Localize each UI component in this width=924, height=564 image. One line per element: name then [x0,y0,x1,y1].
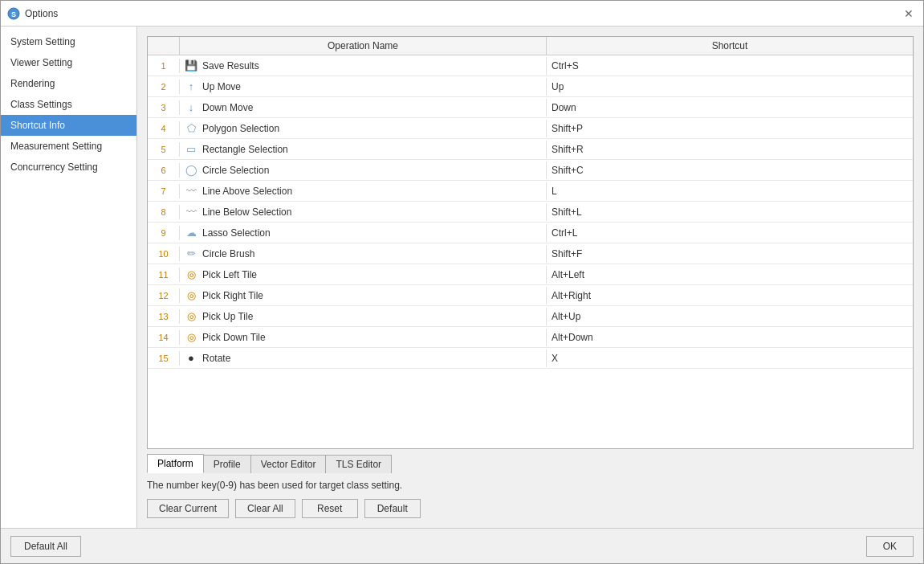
row-num: 13 [148,309,180,324]
table-row[interactable]: 7〰Line Above SelectionL [148,181,913,202]
row-shortcut: Alt+Down [547,329,913,345]
sidebar: System SettingViewer SettingRenderingCla… [1,27,137,528]
row-operation-name: ✏Circle Brush [180,245,547,263]
row-icon: ◎ [185,289,197,302]
row-shortcut: Alt+Up [547,309,913,325]
sidebar-item-class-settings[interactable]: Class Settings [1,94,136,115]
main-content: System SettingViewer SettingRenderingCla… [1,27,923,528]
shortcut-table: Operation Name Shortcut 1💾Save ResultsCt… [147,36,914,449]
info-text: The number key(0-9) has been used for ta… [147,478,914,492]
footer: Default All OK [1,528,923,563]
row-operation-name: 💾Save Results [180,57,547,75]
row-icon: ● [185,352,197,365]
table-row[interactable]: 14◎Pick Down TileAlt+Down [148,327,913,348]
table-row[interactable]: 10✏Circle BrushShift+F [148,243,913,264]
row-num: 2 [148,80,180,94]
row-icon: ↓ [185,101,197,114]
row-icon: ◎ [185,310,197,323]
default-button[interactable]: Default [364,499,421,518]
row-shortcut: Up [547,79,913,95]
row-num: 1 [148,59,180,73]
clear-all-button[interactable]: Clear All [235,499,295,518]
tab-tls-editor[interactable]: TLS Editor [325,455,392,473]
table-header: Operation Name Shortcut [148,37,913,55]
right-panel: Operation Name Shortcut 1💾Save ResultsCt… [137,27,923,528]
sidebar-item-measurement-setting[interactable]: Measurement Setting [1,136,136,157]
row-num: 10 [148,247,180,261]
row-num: 6 [148,163,180,178]
table-row[interactable]: 13◎Pick Up TileAlt+Up [148,306,913,327]
row-num: 11 [148,268,180,282]
row-operation-name: ↑Up Move [180,78,547,96]
col-num-header [148,37,180,55]
row-icon: ◎ [185,331,197,344]
title-bar-left: S Options [7,7,58,20]
close-button[interactable]: ✕ [901,6,917,22]
options-window: S Options ✕ System SettingViewer Setting… [0,0,924,564]
row-num: 4 [148,121,180,136]
row-num: 3 [148,100,180,115]
row-shortcut: Shift+R [547,141,913,157]
table-row[interactable]: 12◎Pick Right TileAlt+Right [148,285,913,306]
sidebar-item-viewer-setting[interactable]: Viewer Setting [1,52,136,73]
default-all-button[interactable]: Default All [10,536,81,557]
row-icon: ◯ [185,164,197,177]
row-operation-name: ●Rotate [180,349,547,367]
row-operation-name: 〰Line Above Selection [180,182,547,200]
table-row[interactable]: 3↓Down MoveDown [148,97,913,118]
row-operation-name: ⬠Polygon Selection [180,120,547,137]
row-shortcut: Ctrl+L [547,225,913,241]
sidebar-item-concurrency-setting[interactable]: Concurrency Setting [1,157,136,178]
tab-platform[interactable]: Platform [147,454,204,473]
clear-current-button[interactable]: Clear Current [147,499,229,518]
row-operation-name: ◎Pick Right Tile [180,287,547,304]
table-row[interactable]: 1💾Save ResultsCtrl+S [148,55,913,76]
table-row[interactable]: 11◎Pick Left TileAlt+Left [148,264,913,285]
col-shortcut-header: Shortcut [547,37,913,55]
sidebar-item-shortcut-info[interactable]: Shortcut Info [1,115,136,136]
table-body: 1💾Save ResultsCtrl+S2↑Up MoveUp3↓Down Mo… [148,55,913,448]
sidebar-item-rendering[interactable]: Rendering [1,73,136,94]
row-shortcut: L [547,183,913,199]
row-icon: ▭ [185,143,197,156]
table-row[interactable]: 4⬠Polygon SelectionShift+P [148,118,913,139]
table-row[interactable]: 5▭Rectangle SelectionShift+R [148,139,913,160]
tab-profile[interactable]: Profile [203,455,251,473]
table-row[interactable]: 6◯Circle SelectionShift+C [148,160,913,181]
table-row[interactable]: 9☁Lasso SelectionCtrl+L [148,223,913,243]
row-shortcut: Alt+Right [547,288,913,304]
row-num: 12 [148,288,180,303]
row-num: 14 [148,330,180,345]
row-shortcut: X [547,350,913,366]
row-num: 5 [148,142,180,157]
table-row[interactable]: 15●RotateX [148,348,913,369]
row-num: 7 [148,184,180,198]
row-operation-name: ◎Pick Up Tile [180,308,547,325]
sidebar-item-system-setting[interactable]: System Setting [1,31,136,52]
row-icon: ⬠ [185,122,197,135]
row-operation-name: ▭Rectangle Selection [180,141,547,158]
col-operation-header: Operation Name [180,37,547,55]
row-shortcut: Shift+F [547,246,913,262]
row-icon: ◎ [185,268,197,281]
table-row[interactable]: 2↑Up MoveUp [148,76,913,97]
row-num: 15 [148,351,180,366]
svg-text:S: S [11,10,16,18]
row-operation-name: ☁Lasso Selection [180,224,547,242]
row-operation-name: ↓Down Move [180,99,547,116]
row-shortcut: Alt+Left [547,267,913,283]
row-shortcut: Shift+C [547,162,913,178]
row-shortcut: Ctrl+S [547,58,913,74]
row-icon: 〰 [185,185,197,198]
reset-button[interactable]: Reset [302,499,358,518]
row-operation-name: ◎Pick Down Tile [180,329,547,346]
tab-vector-editor[interactable]: Vector Editor [250,455,327,473]
table-row[interactable]: 8〰Line Below SelectionShift+L [148,202,913,223]
ok-button[interactable]: OK [866,536,914,557]
row-shortcut: Down [547,100,913,116]
row-icon: ✏ [185,247,197,260]
row-icon: 〰 [185,206,197,219]
row-icon: 💾 [185,59,197,72]
row-operation-name: ◎Pick Left Tile [180,266,547,284]
window-title: Options [25,8,58,19]
